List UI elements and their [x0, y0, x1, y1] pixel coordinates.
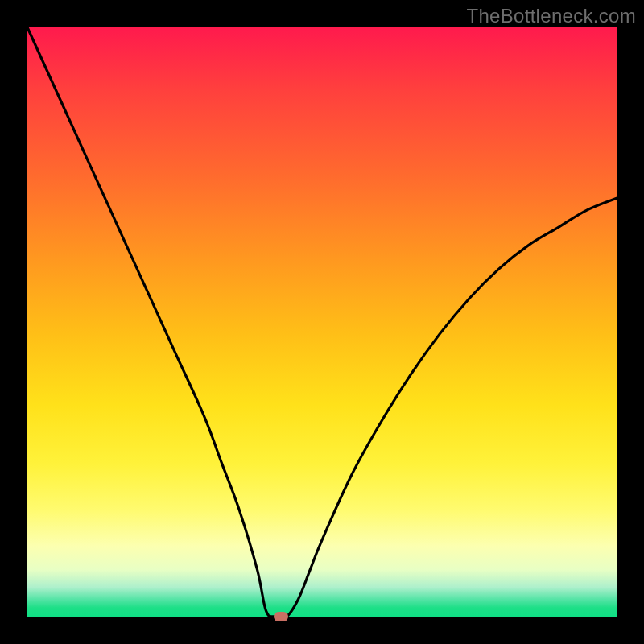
- plot-area: [27, 27, 617, 617]
- optimal-point-marker: [274, 612, 288, 621]
- bottleneck-curve: [27, 27, 617, 617]
- chart-frame: TheBottleneck.com: [0, 0, 644, 644]
- watermark-text: TheBottleneck.com: [466, 5, 636, 27]
